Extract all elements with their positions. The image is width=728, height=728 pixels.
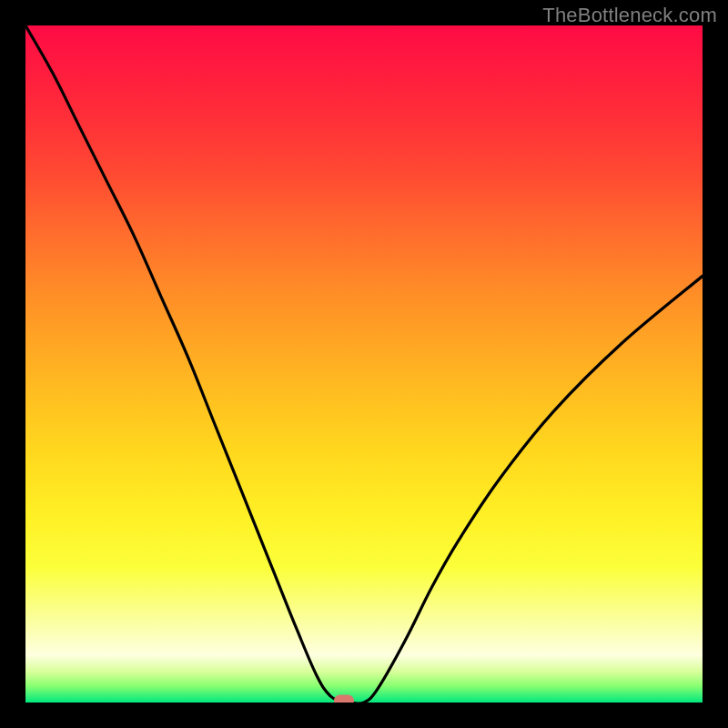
optimal-point-marker bbox=[334, 695, 354, 703]
chart-frame: TheBottleneck.com bbox=[0, 0, 728, 728]
bottleneck-curve bbox=[25, 25, 703, 703]
plot-area bbox=[25, 25, 703, 703]
watermark-text: TheBottleneck.com bbox=[542, 4, 717, 27]
curve-svg bbox=[25, 25, 703, 703]
